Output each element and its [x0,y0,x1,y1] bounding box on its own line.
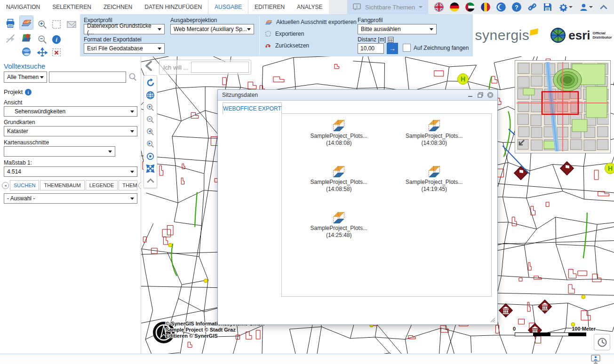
minimize-icon[interactable] [466,91,475,99]
view-dropdown[interactable]: Sehenswürdigkeiten [4,106,137,117]
search-icon[interactable] [128,72,137,82]
close-icon[interactable] [486,91,494,99]
poi-museum-icon[interactable] [497,301,515,319]
next-extent-icon[interactable] [145,138,156,150]
export-file-item[interactable]: SampleProject_Plots...(14:25:48) [291,208,387,254]
basemap-dropdown[interactable]: Kataster [4,126,137,136]
tab-legende[interactable]: LEGENDE [86,180,118,190]
export-format-dropdown[interactable]: Esri File Geodatabase [84,43,165,54]
dashed-polygon-icon [264,30,272,38]
export-file-item[interactable]: SampleProject_Plots...(14:08:30) [387,116,482,162]
scale-start-label: 0 [513,326,516,332]
tab-themen[interactable]: THEMEN [119,180,137,190]
export-file-item[interactable]: SampleProject_Plots...(14:08:08) [291,116,387,162]
status-footer [0,354,614,364]
visible-themes-dropdown[interactable]: i Sichtbare Themen [347,0,428,14]
full-extent-globe-icon[interactable] [145,89,156,101]
distance-label: Distanz [m] [358,36,386,43]
print-icon[interactable] [4,17,17,30]
help-icon[interactable]: ? [512,2,521,12]
tab-themenbaum[interactable]: THEMENBAUM [40,180,84,190]
tab-weboffice-export[interactable]: WEBOFFICE EXPORT [223,103,282,114]
language-romania-flag-icon[interactable] [481,2,490,12]
info-tool-icon[interactable]: i [50,33,63,46]
send-mail-disabled-icon[interactable] [65,18,78,31]
apply-distance-button[interactable]: → [387,43,398,54]
sidebar: Volltextsuche Alle Themen Projekt i Ansi… [0,56,141,354]
map-extract-dropdown[interactable] [4,146,115,157]
language-uae-flag-icon[interactable] [465,2,475,12]
data-export-disabled-icon[interactable] [4,32,17,45]
snap-profile-dropdown[interactable]: Bitte auswählen [358,24,437,34]
collapse-toolbar-icon[interactable] [599,2,608,12]
language-crescent-icon[interactable] [496,2,506,12]
grid-calculator-icon[interactable] [388,37,394,43]
dialog-content-panel: SampleProject_Plots...(14:08:08) SampleP… [281,113,492,297]
previous-extent-icon[interactable] [145,126,156,137]
menu-selektieren[interactable]: SELEKTIEREN [46,0,97,14]
map-extract-label: Kartenausschnitte [4,139,49,146]
save-icon[interactable] [543,2,552,12]
poi-flag-icon[interactable] [558,159,576,177]
poi-museum-icon[interactable] [536,298,554,316]
selection-dropdown[interactable]: - Auswahl - [4,193,137,204]
scale-dropdown[interactable]: 4.514 [4,166,137,177]
tabs-scroll-left-icon[interactable]: ◄ [2,182,9,189]
history-clock-button[interactable] [594,334,610,350]
fulltext-search-input[interactable] [49,71,126,83]
user-icon[interactable] [579,2,593,12]
menu-analyse[interactable]: ANALYSE [291,0,328,14]
menu-editieren[interactable]: EDITIEREN [248,0,291,14]
menu-navigation[interactable]: NAVIGATION [0,0,46,14]
scale-label: Maßstab 1: [4,159,32,166]
geodata-cube-icon [330,211,347,225]
project-info-icon[interactable]: i [25,89,32,95]
overview-map[interactable] [515,60,611,153]
screen-share-icon[interactable] [590,355,601,364]
expand-arrows-icon[interactable] [145,163,156,174]
map-zoom-out-icon[interactable] [145,114,156,125]
select-rectangle-icon[interactable] [50,18,63,31]
quick-search-widget[interactable]: Ich will ... [159,60,251,75]
chevron-up-icon[interactable] [145,175,156,186]
export-file-item[interactable]: SampleProject_Plots...(14:08:58) [291,162,387,208]
export-profile-dropdown[interactable]: Datenexport Grundstücke (... [84,24,165,34]
settings-gear-icon[interactable] [558,2,573,12]
language-german-flag-icon[interactable] [450,2,459,12]
main-menu: NAVIGATION SELEKTIEREN ZEICHNEN DATEN HI… [0,0,329,14]
snap-drawing-checkbox[interactable] [403,44,411,52]
chevron-down-icon [419,6,423,8]
distance-input[interactable] [358,43,384,54]
map-zoom-in-icon[interactable] [145,102,156,113]
reset-action[interactable]: Zurücksetzen [264,42,309,49]
dialog-titlebar[interactable]: Sitzungsdaten [218,90,497,101]
zoom-in-icon[interactable] [36,18,49,31]
tab-suchen[interactable]: SUCHEN [10,180,39,190]
scale-bar: 0 100 Meter [512,326,601,336]
arrow-right-icon: → [389,45,396,52]
projection-dropdown[interactable]: Web Mercator (Auxiliary Sp... [170,24,254,34]
export-file-item[interactable]: SampleProject_Plots...(14:19:45) [387,162,482,208]
export-extent-action[interactable]: Aktuellen Ausschnitt exportieren [264,18,357,26]
refresh-icon[interactable] [145,77,156,88]
map-export-tool-icon[interactable] [20,16,33,29]
restore-icon[interactable] [476,91,485,99]
map-pin-icon[interactable] [20,31,33,44]
poi-flag-icon[interactable] [512,164,530,182]
esri-globe-icon [550,27,566,43]
toolbar-icon-grid: i [0,14,80,56]
collapse-sidebar-icon[interactable] [144,60,153,71]
menu-zeichnen[interactable]: ZEICHNEN [97,0,138,14]
quick-search-input[interactable] [191,62,249,73]
zoom-out-icon[interactable] [36,33,49,46]
dialog-resize-handle[interactable] [490,317,495,323]
center-target-icon[interactable] [145,150,156,162]
theme-filter-dropdown[interactable]: Alle Themen [4,71,47,83]
dialog-title: Sitzungsdaten [222,92,465,98]
export-action[interactable]: Exportieren [264,30,304,38]
language-uk-flag-icon[interactable] [434,2,444,12]
menu-daten-hinzufuegen[interactable]: DATEN HINZUFÜGEN [138,0,208,14]
link-icon[interactable] [527,2,537,12]
menu-ausgabe[interactable]: AUSGABE [208,0,248,14]
hydrant-h-icon: H [605,163,614,174]
